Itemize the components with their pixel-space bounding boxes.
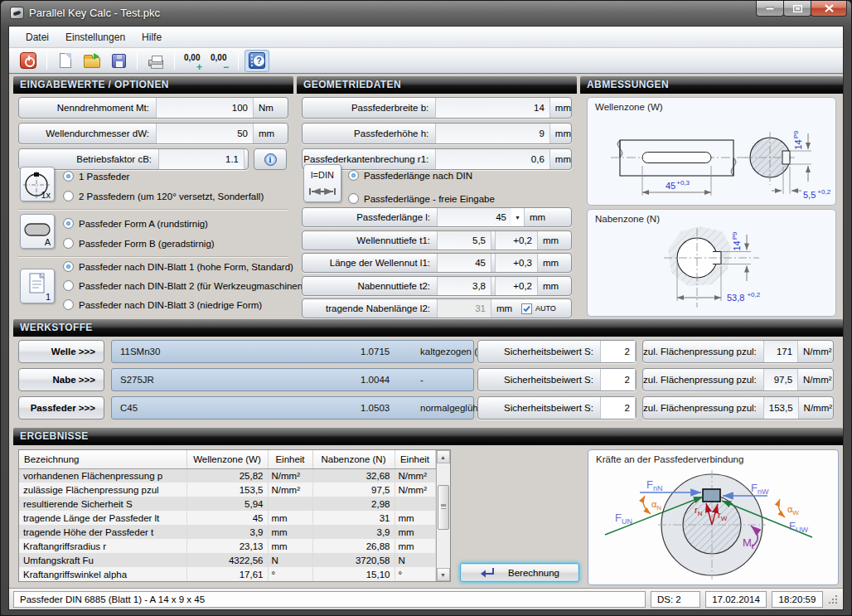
cell: 45	[186, 511, 268, 525]
welle-material-button[interactable]: Welle >>>	[18, 340, 104, 363]
exit-button[interactable]	[16, 50, 41, 72]
nabe-material-box[interactable]: S275JR 1.0044 -	[111, 368, 474, 391]
material-number: 1.0044	[361, 375, 390, 385]
resize-grip[interactable]	[828, 594, 838, 604]
pressung-passfeder-value: 153,5	[763, 397, 799, 419]
radio-form-a[interactable]: Passfeder Form A (rundstirnig)	[63, 217, 208, 230]
scroll-down-icon[interactable]: ▼	[437, 568, 450, 581]
cell: tragende Höhe der Passfeder t	[19, 525, 186, 539]
table-row: resultierende Sicherheit S5,942,98	[19, 497, 435, 511]
unit-label: mm	[538, 277, 559, 295]
scroll-up-icon[interactable]: ▲	[437, 450, 450, 463]
section-title-werkstoffe: WERKSTOFFE	[13, 319, 843, 337]
cell: 25,82	[186, 468, 268, 483]
nabenlaenge-input[interactable]: 31	[437, 299, 491, 318]
new-document-icon	[60, 53, 71, 68]
new-file-button[interactable]	[53, 50, 78, 72]
wellendurchmesser-input[interactable]: 50	[156, 124, 254, 143]
passfederlaenge-select[interactable]: 45	[437, 208, 511, 226]
titlebar[interactable]: Parallel Key Calc - Test.pkc	[1, 1, 851, 26]
maximize-button[interactable]	[783, 1, 811, 17]
close-button[interactable]	[811, 1, 847, 17]
sicherheit-passfeder-input[interactable]: 2	[600, 397, 636, 419]
cell: tragende Länge der Passfeder lt	[19, 511, 186, 525]
save-icon	[112, 54, 126, 68]
passfederhoehe-input[interactable]: 9	[435, 124, 550, 143]
client-area: Datei Einstellungen Hilfe 0,00+ 0,00− ? …	[8, 26, 844, 610]
unit-label: mm	[525, 208, 545, 226]
din-blatt-icon: 1	[20, 269, 55, 303]
wellennuttiefe-input[interactable]: 5,5	[437, 231, 491, 250]
radio-icon	[63, 191, 74, 201]
radio-din-blatt-3[interactable]: Passfeder nach DIN-Blatt 3 (niedrige For…	[63, 298, 262, 311]
section-title: GEOMETRIEDATEN	[297, 76, 577, 94]
info-icon: i	[264, 153, 277, 166]
status-text: Passfeder DIN 6885 (Blatt 1) - A 14 x 9 …	[13, 591, 646, 608]
unit-label: mm	[538, 254, 559, 272]
results-grid: Bezeichnung Wellenzone (W) Einheit Naben…	[19, 450, 436, 581]
material-name: 11SMn30	[120, 347, 160, 357]
info-button[interactable]: i	[254, 148, 287, 170]
wellennutlaenge-input[interactable]: 45	[437, 254, 491, 272]
radio-icon	[63, 261, 74, 272]
passfeder-material-button[interactable]: Passfeder >>>	[18, 396, 104, 420]
scrollbar-thumb[interactable]	[438, 485, 449, 530]
open-file-button[interactable]	[80, 50, 104, 72]
material-treatment: -	[420, 375, 424, 385]
menu-einstellungen[interactable]: Einstellungen	[57, 28, 133, 46]
sicherheit-welle-input[interactable]: 2	[600, 341, 636, 362]
nenndrehmoment-input[interactable]: 100	[156, 98, 254, 118]
decimals-decrease-button[interactable]: 0,00−	[207, 50, 232, 72]
minimize-button[interactable]	[756, 1, 784, 17]
betriebsfaktor-input[interactable]: 1.1	[158, 149, 244, 169]
col-einheit-n[interactable]: Einheit	[395, 450, 435, 468]
radio-2-passfedern[interactable]: 2 Passfedern (um 120° versetzt, Sonderfa…	[63, 190, 264, 202]
nabe-material-button[interactable]: Nabe >>>	[18, 368, 104, 391]
radio-laenge-din[interactable]: Passfederlänge nach DIN	[348, 169, 472, 182]
radio-icon	[63, 280, 74, 291]
menu-hilfe[interactable]: Hilfe	[133, 28, 170, 46]
auto-checkbox-group[interactable]: AUTO	[521, 299, 556, 318]
cell: resultierende Sicherheit S	[19, 497, 186, 511]
passfederbreite-input[interactable]: 14	[435, 98, 550, 118]
welle-material-box[interactable]: 11SMn30 1.0715 kaltgezogen (+C)	[111, 340, 474, 363]
cell: mm	[395, 511, 435, 525]
decimals-increase-button[interactable]: 0,00+	[181, 50, 206, 72]
radio-din-blatt-1[interactable]: Passfeder nach DIN-Blatt 1 (hohe Form, S…	[63, 260, 293, 273]
print-icon	[148, 60, 163, 66]
toolbar-separator	[46, 51, 47, 70]
save-file-button[interactable]	[106, 50, 131, 72]
unit-label: mm	[550, 98, 571, 118]
cell: 97,5	[312, 483, 395, 497]
table-scrollbar[interactable]: ▲ ▼	[436, 450, 450, 581]
berechnung-button[interactable]: Berechnung	[460, 563, 579, 582]
radio-din-blatt-2[interactable]: Passfeder nach DIN-Blatt 2 (für Werkzeug…	[63, 279, 306, 292]
dropdown-arrow-icon[interactable]: ▼	[511, 208, 525, 226]
col-wellenzone[interactable]: Wellenzone (W)	[186, 450, 268, 468]
kantenbrechung-input[interactable]: 0,6	[435, 149, 550, 169]
section-title: EINGABEWERTE / OPTIONEN	[13, 76, 293, 94]
row-wellennuttiefe: Wellennuttiefe t1: 5,5 +0,2 mm	[302, 230, 572, 250]
force-fuw-label: FUW	[789, 520, 808, 534]
help-button[interactable]: ?	[244, 50, 269, 72]
unit-label: mm	[538, 231, 559, 250]
col-bezeichnung[interactable]: Bezeichnung	[19, 450, 186, 468]
pressung-nabe-value: 97,5	[763, 369, 798, 390]
menu-datei[interactable]: Datei	[17, 28, 57, 46]
unit-label: mm	[550, 124, 571, 143]
nabennuttiefe-input[interactable]: 3,8	[437, 277, 491, 295]
field-label: zul. Flächenpressung pzul:	[643, 397, 763, 419]
scrollbar-track[interactable]	[437, 463, 450, 568]
cell: N	[395, 553, 435, 567]
print-button[interactable]	[143, 50, 168, 72]
sicherheit-nabe-input[interactable]: 2	[600, 369, 636, 390]
table-row: tragende Länge der Passfeder lt45mm31mm	[19, 511, 435, 525]
col-nabenzone[interactable]: Nabenzone (N)	[312, 450, 395, 468]
col-einheit-w[interactable]: Einheit	[268, 450, 312, 468]
cell: 17,61	[186, 567, 268, 581]
radio-form-b[interactable]: Passfeder Form B (geradstirnig)	[63, 237, 215, 250]
radio-laenge-frei[interactable]: Passfederlänge - freie Eingabe	[348, 192, 495, 205]
radio-1-passfeder[interactable]: 1 Passfeder	[63, 170, 129, 182]
cell: mm	[268, 539, 312, 553]
passfeder-material-box[interactable]: C45 1.0503 normalgeglüht (+N)	[111, 396, 474, 420]
